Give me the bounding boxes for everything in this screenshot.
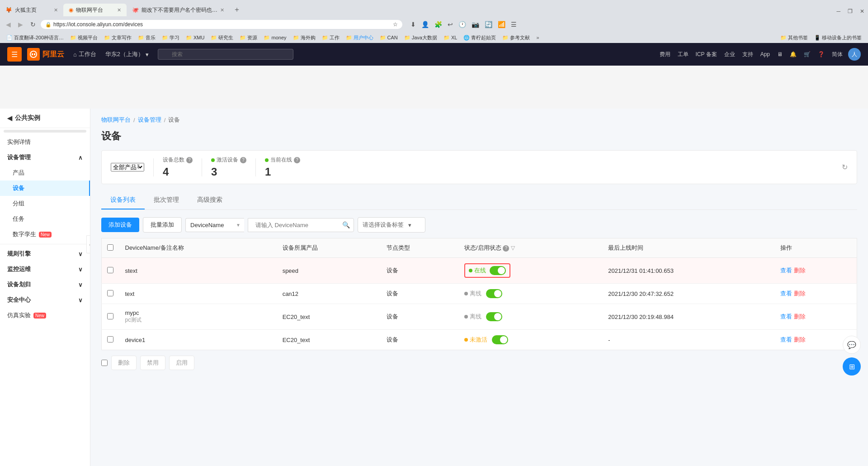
header-nav-workbench[interactable]: ⌂ 工作台 bbox=[70, 48, 100, 60]
row-view-1[interactable]: 查看 bbox=[780, 267, 792, 274]
bookmark-study[interactable]: 📁 学习 bbox=[159, 34, 182, 42]
tab-batch-mgmt[interactable]: 批次管理 bbox=[145, 191, 188, 209]
bell-icon[interactable]: 🔔 bbox=[788, 49, 798, 59]
bookmark-overseas[interactable]: 📁 海外购 bbox=[290, 34, 318, 42]
new-tab-button[interactable]: ＋ bbox=[230, 3, 244, 16]
toggle-switch-3[interactable] bbox=[486, 312, 502, 321]
search-field-select[interactable]: DeviceName bbox=[185, 218, 244, 232]
row-checkbox-2[interactable] bbox=[107, 290, 113, 296]
bookmark-other[interactable]: 📁 其他书签 bbox=[778, 34, 811, 42]
search-button[interactable]: 🔍 bbox=[342, 221, 350, 228]
minimize-button[interactable]: ─ bbox=[833, 6, 844, 16]
sidebar-item-simulation[interactable]: 仿真实验 New bbox=[0, 308, 90, 323]
sidebar-item-device-mgmt[interactable]: 设备管理 ∧ bbox=[0, 150, 90, 165]
row-checkbox-4[interactable] bbox=[107, 336, 113, 342]
download-icon[interactable]: ⬇ bbox=[409, 20, 418, 29]
menu-icon[interactable]: ☰ bbox=[509, 20, 519, 29]
restore-button[interactable]: ❐ bbox=[844, 6, 856, 16]
sidebar-item-instance-detail[interactable]: 实例详情 bbox=[0, 134, 90, 150]
bookmark-java[interactable]: 📁 Java大数据 bbox=[401, 34, 440, 42]
header-icp-link[interactable]: ICP 备案 bbox=[694, 49, 719, 60]
header-support-link[interactable]: 支持 bbox=[741, 49, 755, 60]
row-delete-2[interactable]: 删除 bbox=[794, 290, 806, 297]
close-button[interactable]: ✕ bbox=[856, 6, 868, 16]
bookmark-money[interactable]: 📁 money bbox=[261, 34, 289, 41]
row-delete-1[interactable]: 删除 bbox=[794, 267, 806, 274]
search-input[interactable] bbox=[252, 219, 342, 232]
header-enterprise-link[interactable]: 企业 bbox=[722, 49, 737, 60]
tag-filter-button[interactable]: 请选择设备标签 ▾ bbox=[358, 217, 425, 233]
puzzle-icon[interactable]: 🧩 bbox=[433, 20, 444, 29]
row-delete-3[interactable]: 删除 bbox=[794, 313, 806, 320]
stat-active-info-icon[interactable]: ? bbox=[240, 157, 246, 163]
bookmark-can[interactable]: 📁 CAN bbox=[377, 34, 401, 41]
header-nav-region[interactable]: 华东2（上海） ▾ bbox=[102, 48, 152, 60]
address-bar[interactable]: 🔒 https://iot.console.aliyun.com/devices… bbox=[41, 20, 402, 29]
sidebar-item-digital-twin[interactable]: 数字孪生 New bbox=[0, 227, 90, 242]
bookmark-translate[interactable]: 📄 百度翻译-200种语言… bbox=[4, 34, 66, 42]
bookmark-resources[interactable]: 📁 资源 bbox=[237, 34, 260, 42]
disable-button[interactable]: 禁用 bbox=[140, 356, 165, 370]
bookmark-qingning[interactable]: 🌐 青柠起始页 bbox=[461, 34, 499, 42]
bookmark-overflow[interactable]: » bbox=[533, 34, 542, 41]
stat-total-info-icon[interactable]: ? bbox=[186, 157, 193, 163]
row-view-3[interactable]: 查看 bbox=[780, 313, 792, 320]
toggle-switch-1[interactable] bbox=[490, 266, 506, 275]
chat-float-button[interactable]: 💬 bbox=[843, 336, 861, 354]
refresh-button[interactable]: ↻ bbox=[842, 163, 848, 171]
lang-icon[interactable]: 简体 bbox=[830, 49, 844, 60]
row-delete-4[interactable]: 删除 bbox=[794, 336, 806, 343]
sidebar-back-button[interactable]: ◀ 公共实例 bbox=[0, 109, 90, 128]
sidebar-item-task[interactable]: 任务 bbox=[0, 211, 90, 227]
bookmark-refs[interactable]: 📁 参考文献 bbox=[500, 34, 533, 42]
breadcrumb-iot[interactable]: 物联网平台 bbox=[101, 116, 131, 124]
tab-device-list[interactable]: 设备列表 bbox=[101, 191, 145, 209]
toggle-switch-2[interactable] bbox=[486, 289, 502, 298]
cart-icon[interactable]: 🛒 bbox=[802, 49, 812, 59]
bookmark-music[interactable]: 📁 音乐 bbox=[135, 34, 158, 42]
sidebar-item-device[interactable]: 设备 bbox=[0, 181, 90, 196]
sidebar-item-product[interactable]: 产品 bbox=[0, 165, 90, 181]
header-app-link[interactable]: App bbox=[759, 49, 772, 59]
tab-close-2[interactable]: ✕ bbox=[117, 7, 121, 13]
sidebar-item-security[interactable]: 安全中心 ∨ bbox=[0, 292, 90, 308]
delete-button[interactable]: 删除 bbox=[111, 356, 137, 370]
sidebar-item-monitor[interactable]: 监控运维 ∨ bbox=[0, 262, 90, 277]
bookmark-xl[interactable]: 📁 XL bbox=[441, 34, 460, 41]
bookmark-icon[interactable]: ☆ bbox=[393, 21, 398, 28]
sidebar-item-group[interactable]: 分组 bbox=[0, 196, 90, 211]
select-all-checkbox[interactable] bbox=[107, 244, 113, 251]
undo-icon[interactable]: ↩ bbox=[446, 20, 455, 29]
browser-tab-3[interactable]: 🐙 能改下不需要用户名个密码也… ✕ bbox=[127, 4, 230, 16]
bookmark-usercenter[interactable]: 📁 用户中心 bbox=[343, 34, 376, 42]
breadcrumb-device-mgmt[interactable]: 设备管理 bbox=[138, 116, 161, 124]
wifi-icon[interactable]: 📶 bbox=[496, 20, 507, 29]
header-ticket-link[interactable]: 工单 bbox=[676, 49, 690, 60]
bookmark-mobile[interactable]: 📱 移动设备上的书签 bbox=[811, 34, 864, 42]
profile-icon[interactable]: 👤 bbox=[420, 20, 431, 29]
tab-advanced-search[interactable]: 高级搜索 bbox=[188, 191, 231, 209]
tab-close-3[interactable]: ✕ bbox=[220, 7, 224, 13]
monitor-icon[interactable]: 🖥 bbox=[775, 49, 784, 59]
row-view-2[interactable]: 查看 bbox=[780, 290, 792, 297]
stat-online-info-icon[interactable]: ? bbox=[294, 157, 300, 163]
bookmark-work[interactable]: 📁 工作 bbox=[319, 34, 342, 42]
sync-icon[interactable]: 🔄 bbox=[483, 20, 494, 29]
header-cost-link[interactable]: 费用 bbox=[658, 49, 672, 60]
status-col-filter-icon[interactable]: ▽ bbox=[511, 245, 517, 251]
bookmark-writing[interactable]: 📁 文章写作 bbox=[101, 34, 134, 42]
bottom-select-all-checkbox[interactable] bbox=[101, 360, 108, 366]
row-view-4[interactable]: 查看 bbox=[780, 336, 792, 343]
user-avatar[interactable]: 人 bbox=[848, 48, 861, 61]
bookmark-xmu[interactable]: 📁 XMU bbox=[183, 34, 207, 41]
sidebar-item-allocation[interactable]: 设备划归 ∨ bbox=[0, 277, 90, 292]
reload-button[interactable]: ↻ bbox=[28, 20, 38, 29]
camera-icon[interactable]: 📷 bbox=[470, 20, 481, 29]
help-circle-icon[interactable]: ❓ bbox=[816, 49, 826, 59]
hamburger-menu[interactable]: ☰ bbox=[7, 47, 22, 62]
back-button[interactable]: ◀ bbox=[4, 20, 13, 29]
bookmark-video[interactable]: 📁 视频平台 bbox=[67, 34, 100, 42]
enable-button[interactable]: 启用 bbox=[169, 356, 194, 370]
tab-close-1[interactable]: ✕ bbox=[54, 7, 58, 13]
forward-button[interactable]: ▶ bbox=[16, 20, 25, 29]
